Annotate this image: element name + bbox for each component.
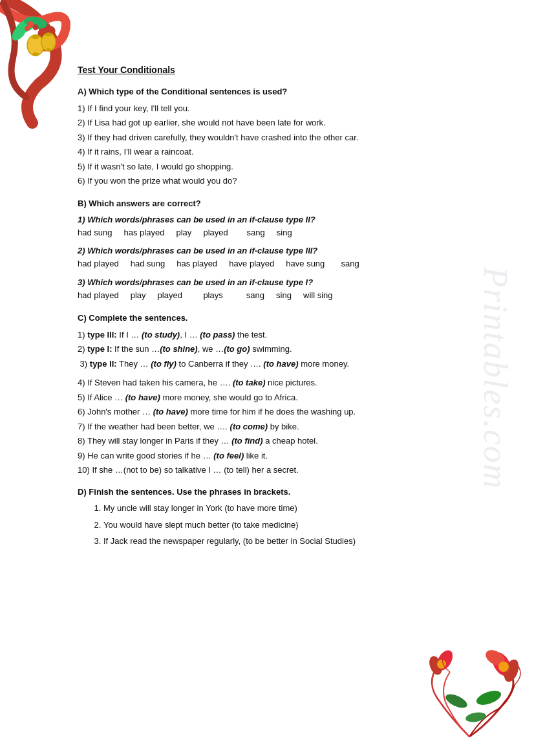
section-d-item-3: If Jack read the newspaper regularly, (t…	[103, 535, 495, 548]
phrase-6: (to have)	[153, 407, 188, 416]
section-b-header: B) Which answers are correct?	[78, 199, 495, 208]
section-b-q2-question: 2) Which words/phrases can be used in an…	[78, 246, 495, 255]
section-b-q2-answers: had played had sung has played have play…	[78, 257, 495, 271]
section-c-item-6: 6) John's mother … (to have) more time f…	[78, 405, 495, 418]
section-c-item-9: 9) He can write good stories if he … (to…	[78, 449, 495, 462]
section-c-item-7: 7) If the weather had been better, we ….…	[78, 420, 495, 433]
section-c-item-8: 8) They will stay longer in Paris if the…	[78, 434, 495, 448]
section-c-item-3: 3) type II: They … (to fly) to Canberra …	[78, 357, 495, 371]
phrase-2b: (to go)	[224, 344, 250, 354]
section-a-item-2: 2) If Lisa had got up earlier, she would…	[78, 116, 495, 129]
section-d-header: D) Finish the sentences. Use the phrases…	[78, 487, 495, 497]
section-a-item-5: 5) If it wasn't so late, I would go shop…	[78, 160, 495, 173]
phrase-8: (to find)	[231, 436, 262, 446]
page-content: Test Your Conditionals A) Which type of …	[0, 0, 534, 756]
page-title: Test Your Conditionals	[78, 65, 495, 75]
section-d-list: My uncle will stay longer in York (to ha…	[78, 502, 495, 548]
phrase-2a: (to shine)	[160, 344, 198, 354]
section-d-item-2: You would have slept much better (to tak…	[103, 519, 495, 532]
section-c-item-1: 1) type III: If I … (to study), I … (to …	[78, 328, 495, 341]
section-b-q1-answers: had sung has played play played sang sin…	[78, 226, 495, 240]
section-a-item-1: 1) If I find your key, I'll tell you.	[78, 102, 495, 115]
section-b-q3-question: 3) Which words/phrases can be used in an…	[78, 277, 495, 287]
phrase-1a: (to study)	[142, 330, 180, 340]
section-c-item-2: 2) type I: If the sun …(to shine), we …(…	[78, 342, 495, 356]
section-c-extra: 4) If Steven had taken his camera, he ….…	[78, 376, 495, 477]
section-c-item-5: 5) If Alice … (to have) more money, she …	[78, 391, 495, 404]
section-b-q3-answers: had played play played plays sang sing w…	[78, 289, 495, 303]
phrase-3b: (to have)	[263, 359, 298, 369]
phrase-7: (to come)	[230, 422, 268, 431]
section-b-q1-question: 1) Which words/phrases can be used in an…	[78, 215, 495, 224]
section-c-item-10: 10) If she …(not to be) so talkative I ……	[78, 463, 495, 477]
section-a-item-4: 4) If it rains, I'll wear a raincoat.	[78, 145, 495, 158]
phrase-4: (to take)	[233, 378, 266, 387]
phrase-3a: (to fly)	[151, 359, 176, 369]
section-c-item-4: 4) If Steven had taken his camera, he ….…	[78, 376, 495, 389]
section-a-item-3: 3) If they had driven carefully, they wo…	[78, 131, 495, 144]
section-a-item-6: 6) If you won the prize what would you d…	[78, 174, 495, 188]
type-label-2: type I:	[87, 344, 112, 354]
type-label-1: type III:	[87, 330, 117, 340]
phrase-9: (to feel)	[213, 451, 244, 460]
section-a-items: 1) If I find your key, I'll tell you. 2)…	[78, 102, 495, 188]
phrase-1b: (to pass)	[200, 330, 235, 340]
section-c-header: C) Complete the sentences.	[78, 313, 495, 323]
section-a-header: A) Which type of the Conditional sentenc…	[78, 87, 495, 96]
type-label-3: type II:	[90, 359, 117, 369]
section-d-item-1: My uncle will stay longer in York (to ha…	[103, 502, 495, 515]
phrase-5: (to have)	[125, 393, 160, 402]
